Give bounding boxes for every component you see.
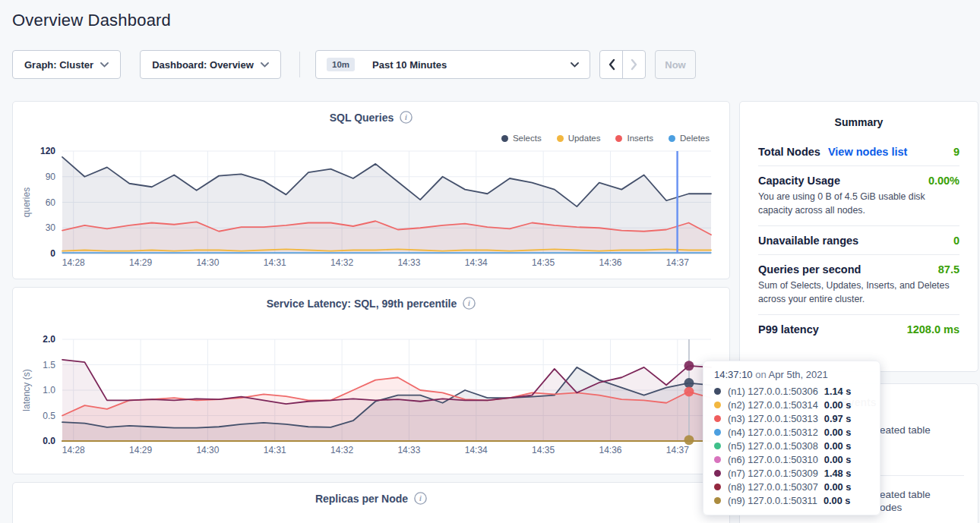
replicas-chart-title: Replicas per Node <box>315 493 408 505</box>
now-button[interactable]: Now <box>655 50 696 79</box>
time-next-button[interactable] <box>623 51 645 78</box>
tooltip-node-label: (n9) 127.0.0.1:50311 <box>728 495 817 506</box>
summary-row-value: 87.5 <box>938 263 959 276</box>
summary-row-value: 9 <box>953 146 959 158</box>
node-color-dot <box>714 456 721 463</box>
svg-text:14:30: 14:30 <box>196 257 219 268</box>
x-axis-labels: 14:2814:2914:3014:3114:3214:3314:3414:35… <box>62 257 689 268</box>
summary-row-main: Unavailable ranges0 <box>758 235 959 247</box>
svg-text:14:31: 14:31 <box>264 445 286 455</box>
svg-text:0.0: 0.0 <box>43 436 55 446</box>
summary-row-main: Capacity Usage0.00% <box>758 175 959 187</box>
view-nodes-link[interactable]: View nodes list <box>828 146 908 158</box>
svg-text:14:32: 14:32 <box>330 257 353 268</box>
summary-row-main: P99 latency1208.0 ms <box>758 323 959 336</box>
tooltip-node-label: (n6) 127.0.0.1:50310 <box>728 454 818 465</box>
tooltip-row: (n6) 127.0.0.1:503100.00 s <box>714 452 869 466</box>
tooltip-row: (n2) 127.0.0.1:503140.00 s <box>714 398 869 411</box>
summary-row-label: Total Nodes <box>758 146 820 158</box>
svg-text:1.5: 1.5 <box>43 360 55 370</box>
tooltip-node-value: 0.00 s <box>824 399 852 411</box>
svg-text:0: 0 <box>50 248 55 259</box>
tooltip-row: (n1) 127.0.0.1:503061.14 s <box>714 384 869 398</box>
summary-row: Queries per second87.5Sum of Selects, Up… <box>758 254 959 314</box>
service-latency-card: Service Latency: SQL, 99th percentile i … <box>12 287 730 474</box>
tooltip-node-label: (n4) 127.0.0.1:50312 <box>728 427 818 438</box>
tooltip-row: (n3) 127.0.0.1:503130.97 s <box>714 411 869 425</box>
dashboard-dropdown[interactable]: Dashboard: Overview <box>140 50 281 79</box>
summary-row-value: 1208.0 ms <box>907 323 959 336</box>
svg-text:14:34: 14:34 <box>465 445 488 455</box>
svg-text:14:37: 14:37 <box>666 445 689 455</box>
x-axis-labels: 14:2814:2914:3014:3114:3214:3314:3414:35… <box>62 445 689 455</box>
chevron-right-icon <box>631 58 638 71</box>
hover-point-marker <box>684 361 694 370</box>
summary-rows: Total NodesView nodes list9Capacity Usag… <box>758 137 959 343</box>
node-color-dot <box>714 388 721 395</box>
tooltip-row: (n7) 127.0.0.1:503091.48 s <box>714 466 869 480</box>
summary-row-label: Capacity Usage <box>758 175 840 187</box>
svg-text:14:29: 14:29 <box>129 445 152 455</box>
summary-row-label: Unavailable ranges <box>758 235 858 247</box>
chevron-left-icon <box>608 58 615 71</box>
summary-row: P99 latency1208.0 ms <box>758 314 959 343</box>
summary-row-value: 0.00% <box>928 175 959 187</box>
chevron-down-icon <box>100 62 109 68</box>
summary-title: Summary <box>740 102 978 128</box>
svg-text:14:31: 14:31 <box>264 257 286 268</box>
node-color-dot <box>714 470 721 477</box>
tooltip-row: (n5) 127.0.0.1:503080.00 s <box>714 439 869 452</box>
svg-text:14:29: 14:29 <box>129 257 152 268</box>
node-color-dot <box>714 497 721 504</box>
tooltip-node-value: 0.00 s <box>824 440 852 452</box>
summary-row-subtext: You are using 0 B of 4.5 GiB usable disk… <box>758 190 959 218</box>
summary-row-label: Queries per second <box>758 263 861 276</box>
summary-row: Unavailable ranges0 <box>758 225 959 254</box>
node-color-dot <box>714 443 721 449</box>
graph-dropdown[interactable]: Graph: Cluster <box>12 50 121 79</box>
y-axis-title: latency (s) <box>21 369 32 411</box>
dashboard-dropdown-label: Dashboard: Overview <box>152 59 254 71</box>
tooltip-node-value: 0.00 s <box>824 481 852 493</box>
tooltip-node-label: (n1) 127.0.0.1:50306 <box>728 386 818 397</box>
service-latency-chart[interactable]: 14:2814:2914:3014:3114:3214:3314:3414:35… <box>13 288 729 474</box>
info-icon[interactable]: i <box>414 492 427 505</box>
svg-text:14:33: 14:33 <box>397 445 420 455</box>
chart-series <box>62 360 711 441</box>
svg-text:14:36: 14:36 <box>599 445 621 455</box>
svg-text:14:36: 14:36 <box>599 257 621 268</box>
summary-row-value: 0 <box>953 235 959 247</box>
hover-point-marker <box>684 435 694 445</box>
svg-text:14:35: 14:35 <box>532 445 555 455</box>
tooltip-node-label: (n3) 127.0.0.1:50313 <box>728 413 818 424</box>
tooltip-node-value: 0.00 s <box>824 427 852 438</box>
sql-queries-chart[interactable]: 14:2814:2914:3014:3114:3214:3314:3414:35… <box>13 102 729 279</box>
time-range-dropdown[interactable]: 10m Past 10 Minutes <box>315 50 590 79</box>
sql-queries-card: SQL Queries i SelectsUpdatesInsertsDelet… <box>12 101 730 279</box>
tooltip-node-value: 0.00 s <box>824 454 852 465</box>
tooltip-node-value: 1.48 s <box>824 468 852 479</box>
svg-text:30: 30 <box>46 222 56 233</box>
svg-text:i: i <box>419 494 422 503</box>
svg-text:120: 120 <box>40 146 55 156</box>
hover-point-marker <box>684 387 694 397</box>
tooltip-node-label: (n2) 127.0.0.1:50314 <box>728 399 818 411</box>
node-color-dot <box>714 484 721 490</box>
y-axis-labels: 0.00.51.01.52.0 <box>43 334 55 446</box>
svg-text:14:32: 14:32 <box>330 445 353 455</box>
svg-text:14:34: 14:34 <box>465 257 488 268</box>
tooltip-row: (n4) 127.0.0.1:503120.00 s <box>714 425 869 439</box>
node-color-dot <box>714 429 721 436</box>
summary-row-subtext: Sum of Selects, Updates, Inserts, and De… <box>758 279 959 307</box>
svg-text:14:28: 14:28 <box>62 257 85 268</box>
svg-text:0.5: 0.5 <box>43 411 55 421</box>
tooltip-node-value: 0.97 s <box>824 413 852 424</box>
svg-text:90: 90 <box>46 172 56 182</box>
svg-text:14:30: 14:30 <box>196 445 219 455</box>
node-color-dot <box>714 415 721 422</box>
summary-panel: Summary Total NodesView nodes list9Capac… <box>739 101 978 372</box>
svg-text:1.0: 1.0 <box>43 385 55 395</box>
tooltip-node-value: 1.14 s <box>824 386 852 397</box>
time-prev-button[interactable] <box>600 51 622 78</box>
event-item-fragment: eated table <box>880 424 931 436</box>
